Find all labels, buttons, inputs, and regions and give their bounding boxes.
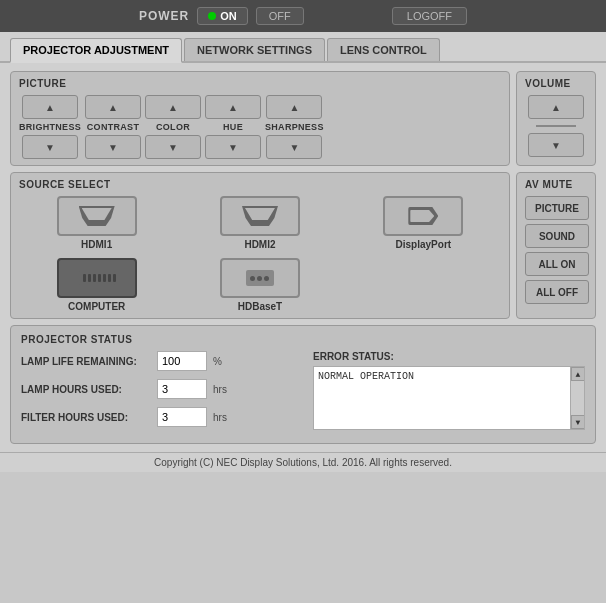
avmute-panel: AV MUTE PICTURE SOUND ALL ON ALL OFF (516, 172, 596, 319)
dp-shape-icon (408, 207, 438, 225)
hue-down-button[interactable] (205, 135, 261, 159)
top-bar: POWER ON OFF LOGOFF (0, 0, 606, 32)
power-off-button[interactable]: OFF (256, 7, 304, 25)
scroll-up-arrow[interactable]: ▲ (571, 367, 585, 381)
hdmi1-icon-box (57, 196, 137, 236)
contrast-control: CONTRAST (85, 95, 141, 159)
projector-status-panel: PROJECTOR STATUS LAMP LIFE REMAINING: % … (10, 325, 596, 444)
avmute-all-on-button[interactable]: ALL ON (525, 252, 589, 276)
power-on-button[interactable]: ON (197, 7, 248, 25)
error-status-box: NORMAL OPERATION ▲ ▼ (313, 366, 585, 430)
hdbaset-shape-icon (246, 270, 274, 286)
computer-label: COMPUTER (68, 301, 125, 312)
error-status-label: ERROR STATUS: (313, 351, 585, 362)
lamp-life-input[interactable] (157, 351, 207, 371)
error-scrollbar[interactable]: ▲ ▼ (570, 367, 584, 429)
contrast-label: CONTRAST (87, 122, 139, 132)
lamp-life-unit: % (213, 356, 222, 367)
source-grid: HDMI1 HDMI2 (19, 196, 501, 312)
hdmi2-icon-box (220, 196, 300, 236)
brightness-up-button[interactable] (22, 95, 78, 119)
brightness-label: BRIGHTNESS (19, 122, 81, 132)
brightness-down-button[interactable] (22, 135, 78, 159)
sharpness-control: SHARPNESS (265, 95, 324, 159)
filter-hours-input[interactable] (157, 407, 207, 427)
hdmi1-shape-icon (79, 206, 115, 226)
source-select-title: SOURCE SELECT (19, 179, 501, 190)
picture-title: PICTURE (19, 78, 501, 89)
volume-up-button[interactable] (528, 95, 584, 119)
color-up-button[interactable] (145, 95, 201, 119)
computer-shape-icon (79, 270, 115, 286)
hue-control: HUE (205, 95, 261, 159)
hue-up-button[interactable] (205, 95, 261, 119)
displayport-icon-box (383, 196, 463, 236)
volume-controls (525, 95, 587, 157)
main-content: PICTURE BRIGHTNESS CONTRAST COLOR (0, 63, 606, 452)
footer: Copyright (C) NEC Display Solutions, Ltd… (0, 452, 606, 472)
status-left: LAMP LIFE REMAINING: % LAMP HOURS USED: … (21, 351, 293, 435)
middle-row: SOURCE SELECT HDMI1 (10, 172, 596, 319)
projector-status-title: PROJECTOR STATUS (21, 334, 585, 345)
power-dot (208, 12, 216, 20)
avmute-title: AV MUTE (525, 179, 587, 190)
lamp-life-label: LAMP LIFE REMAINING: (21, 356, 151, 367)
hdmi2-label: HDMI2 (244, 239, 275, 250)
error-message: NORMAL OPERATION (318, 371, 414, 382)
power-label: POWER (139, 9, 189, 23)
color-control: COLOR (145, 95, 201, 159)
picture-controls: BRIGHTNESS CONTRAST COLOR (19, 95, 501, 159)
lamp-hours-unit: hrs (213, 384, 227, 395)
avmute-controls: PICTURE SOUND ALL ON ALL OFF (525, 196, 587, 304)
lamp-hours-row: LAMP HOURS USED: hrs (21, 379, 293, 399)
logoff-button[interactable]: LOGOFF (392, 7, 467, 25)
color-label: COLOR (156, 122, 190, 132)
volume-panel: VOLUME (516, 71, 596, 166)
sharpness-up-button[interactable] (266, 95, 322, 119)
hdmi1-label: HDMI1 (81, 239, 112, 250)
hue-label: HUE (223, 122, 243, 132)
tab-projector-adjustment[interactable]: PROJECTOR ADJUSTMENT (10, 38, 182, 63)
computer-icon-box (57, 258, 137, 298)
contrast-up-button[interactable] (85, 95, 141, 119)
tab-network-settings[interactable]: NETWORK SETTINGS (184, 38, 325, 61)
source-hdbaset-button[interactable]: HDBaseT (182, 258, 337, 312)
sharpness-label: SHARPNESS (265, 122, 324, 132)
contrast-down-button[interactable] (85, 135, 141, 159)
avmute-all-off-button[interactable]: ALL OFF (525, 280, 589, 304)
lamp-hours-input[interactable] (157, 379, 207, 399)
volume-divider (536, 125, 576, 127)
volume-down-button[interactable] (528, 133, 584, 157)
source-computer-button[interactable]: COMPUTER (19, 258, 174, 312)
tabs-row: PROJECTOR ADJUSTMENT NETWORK SETTINGS LE… (0, 32, 606, 63)
filter-hours-unit: hrs (213, 412, 227, 423)
volume-title: VOLUME (525, 78, 587, 89)
sharpness-down-button[interactable] (266, 135, 322, 159)
source-select-panel: SOURCE SELECT HDMI1 (10, 172, 510, 319)
lamp-life-row: LAMP LIFE REMAINING: % (21, 351, 293, 371)
tab-lens-control[interactable]: LENS CONTROL (327, 38, 440, 61)
hdmi2-shape-icon (242, 206, 278, 226)
source-hdmi1-button[interactable]: HDMI1 (19, 196, 174, 250)
brightness-control: BRIGHTNESS (19, 95, 81, 159)
filter-hours-row: FILTER HOURS USED: hrs (21, 407, 293, 427)
picture-panel: PICTURE BRIGHTNESS CONTRAST COLOR (10, 71, 510, 166)
source-hdmi2-button[interactable]: HDMI2 (182, 196, 337, 250)
footer-text: Copyright (C) NEC Display Solutions, Ltd… (154, 457, 452, 468)
status-content: LAMP LIFE REMAINING: % LAMP HOURS USED: … (21, 351, 585, 435)
avmute-sound-button[interactable]: SOUND (525, 224, 589, 248)
hdbaset-label: HDBaseT (238, 301, 282, 312)
lamp-hours-label: LAMP HOURS USED: (21, 384, 151, 395)
filter-hours-label: FILTER HOURS USED: (21, 412, 151, 423)
color-down-button[interactable] (145, 135, 201, 159)
top-row: PICTURE BRIGHTNESS CONTRAST COLOR (10, 71, 596, 166)
scroll-down-arrow[interactable]: ▼ (571, 415, 585, 429)
avmute-picture-button[interactable]: PICTURE (525, 196, 589, 220)
source-displayport-button[interactable]: DisplayPort (346, 196, 501, 250)
hdbaset-icon-box (220, 258, 300, 298)
displayport-label: DisplayPort (396, 239, 452, 250)
status-right: ERROR STATUS: NORMAL OPERATION ▲ ▼ (313, 351, 585, 435)
